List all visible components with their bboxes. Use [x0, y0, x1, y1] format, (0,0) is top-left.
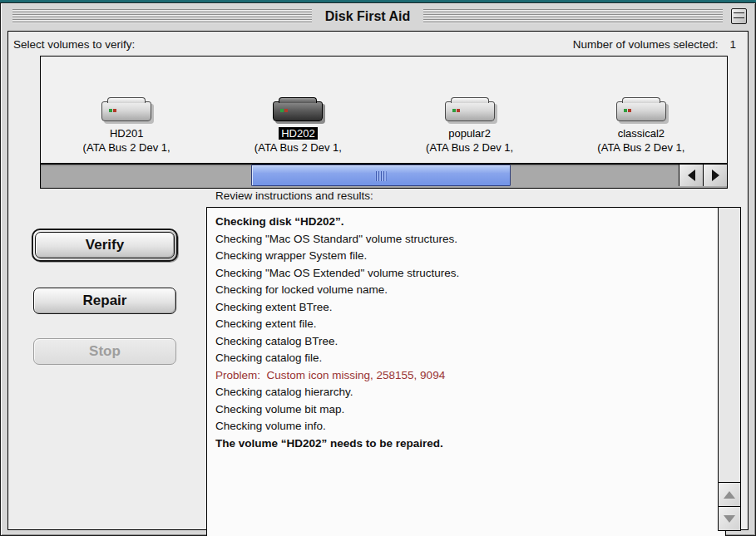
- result-line: Checking for locked volume name.: [215, 282, 725, 299]
- select-volumes-label: Select volumes to verify:: [13, 38, 135, 51]
- down-arrow-icon: [724, 515, 735, 523]
- volume-detail: (ATA Bus 2 Dev 1,: [597, 141, 684, 155]
- window-content: Select volumes to verify: Number of volu…: [7, 31, 749, 530]
- disk-first-aid-window: Disk First Aid Select volumes to verify:…: [0, 2, 756, 536]
- horizontal-scrollbar[interactable]: [40, 164, 728, 189]
- count-value: 1: [729, 38, 736, 51]
- volume-item[interactable]: HD202 (ATA Bus 2 Dev 1,: [212, 101, 383, 163]
- disk-led-green-icon: [109, 109, 112, 112]
- scrollbar-grip-icon: [376, 171, 387, 181]
- hard-disk-icon: [273, 101, 323, 121]
- result-line: Checking volume bit map.: [215, 401, 725, 419]
- result-line: Checking catalog hierarchy.: [215, 384, 725, 401]
- scroll-right-button[interactable]: [703, 165, 727, 186]
- result-line: Checking wrapper System file.: [215, 248, 725, 265]
- result-line: Checking volume info.: [215, 418, 725, 435]
- volume-name: HD201: [107, 127, 146, 140]
- title-bar[interactable]: Disk First Aid: [2, 5, 754, 27]
- verify-button-default-ring: Verify: [32, 229, 178, 262]
- result-line: Checking extent BTree.: [215, 299, 725, 317]
- result-line: Problem: Custom icon missing, 258155, 90…: [215, 367, 725, 385]
- result-line: Checking "Mac OS Standard" volume struct…: [215, 231, 725, 248]
- repair-button[interactable]: Repair: [33, 288, 176, 314]
- volume-list: HD201 (ATA Bus 2 Dev 1, HD202 (ATA Bus 2…: [40, 56, 728, 164]
- result-line: Checking catalog file.: [215, 350, 725, 367]
- disk-led-red-icon: [113, 109, 116, 112]
- right-arrow-icon: [712, 170, 719, 181]
- collapse-box-icon[interactable]: [731, 8, 747, 24]
- hard-disk-icon: [101, 101, 151, 121]
- titlebar-stripes: [423, 9, 723, 23]
- titlebar-stripes: [12, 9, 312, 23]
- disk-led-red-icon: [457, 109, 460, 112]
- disk-led-green-icon: [624, 109, 627, 112]
- disk-led-green-icon: [280, 109, 284, 112]
- result-line: Checking disk “HD202”.: [215, 214, 725, 231]
- stop-button[interactable]: Stop: [33, 338, 176, 365]
- horizontal-scrollbar-thumb[interactable]: [251, 165, 511, 186]
- volume-name: HD202: [279, 127, 317, 140]
- result-line: Checking extent file.: [215, 316, 725, 333]
- count-label: Number of volumes selected:: [573, 38, 719, 51]
- volume-item[interactable]: popular2 (ATA Bus 2 Dev 1,: [384, 101, 556, 163]
- disk-led-red-icon: [628, 109, 631, 112]
- window-title: Disk First Aid: [317, 9, 419, 24]
- volume-detail: (ATA Bus 2 Dev 1,: [254, 141, 342, 155]
- verify-button[interactable]: Verify: [35, 232, 175, 258]
- result-line: Checking catalog BTree.: [215, 333, 725, 351]
- volume-name: popular2: [446, 127, 493, 140]
- volume-item[interactable]: classical2 (ATA Bus 2 Dev 1,: [556, 101, 727, 163]
- volume-detail: (ATA Bus 2 Dev 1,: [83, 141, 170, 155]
- disk-led-red-icon: [284, 109, 288, 112]
- result-line: The volume “HD202” needs to be repaired.: [215, 435, 725, 453]
- hard-disk-icon: [616, 101, 666, 121]
- volume-item[interactable]: HD201 (ATA Bus 2 Dev 1,: [41, 101, 212, 163]
- review-results-label: Review instructions and results:: [215, 189, 373, 202]
- up-arrow-icon: [724, 491, 735, 499]
- volume-detail: (ATA Bus 2 Dev 1,: [426, 141, 513, 155]
- disk-led-green-icon: [452, 109, 456, 112]
- left-arrow-icon: [688, 170, 695, 181]
- scroll-left-button[interactable]: [679, 165, 703, 186]
- volumes-selected-count: Number of volumes selected:1: [573, 38, 736, 51]
- volume-name: classical2: [615, 127, 667, 140]
- vertical-scrollbar[interactable]: [718, 207, 741, 531]
- result-line: Checking "Mac OS Extended" volume struct…: [215, 265, 725, 283]
- hard-disk-icon: [445, 101, 495, 121]
- scroll-down-button[interactable]: [719, 506, 740, 530]
- results-text-area: Checking disk “HD202”. Checking "Mac OS …: [206, 207, 726, 536]
- scroll-up-button[interactable]: [719, 482, 740, 506]
